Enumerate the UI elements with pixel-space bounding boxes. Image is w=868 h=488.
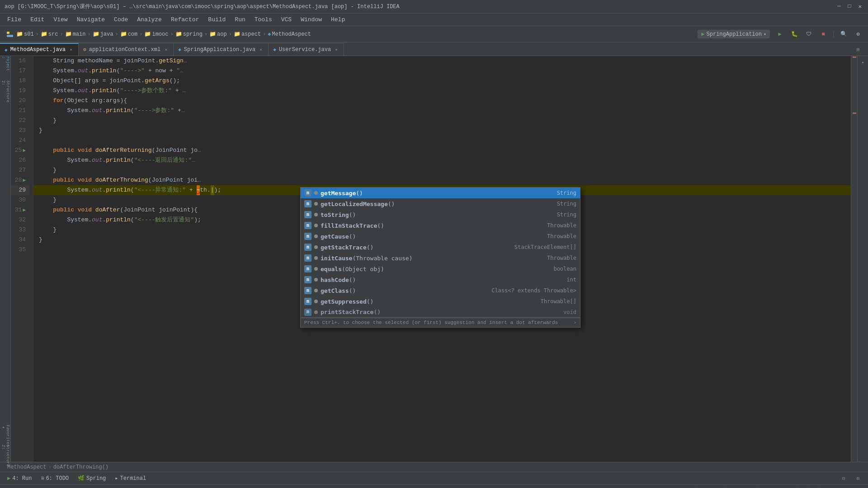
breadcrumb-s01[interactable]: 📁 s01: [16, 31, 34, 38]
tab-todo[interactable]: ≡ 6: TODO: [37, 473, 72, 484]
breadcrumb-aop[interactable]: 📁 aop: [209, 31, 227, 38]
menu-navigate[interactable]: Navigate: [73, 15, 108, 24]
tab-close-userservice[interactable]: ✕: [334, 47, 339, 53]
run-tab-label: 4: Run: [12, 475, 32, 482]
run-config-icon: ▶: [701, 31, 704, 38]
breadcrumb-imooc[interactable]: 📁 imooc: [144, 31, 168, 38]
tab-icon-appcontext: ⚙: [83, 47, 86, 52]
tab-run[interactable]: ▶ 4: Run: [4, 473, 35, 484]
z-structure-btn[interactable]: Z: Structure: [1, 451, 10, 460]
autocomplete-popup[interactable]: m getMessage() String m getLocalizedMess…: [300, 187, 580, 328]
menu-tools[interactable]: Tools: [251, 15, 276, 24]
hide-panels-btn[interactable]: ⊟: [837, 472, 850, 485]
ac-badge-hashcode: [314, 278, 318, 282]
menu-file[interactable]: File: [4, 15, 25, 24]
tab-close-appcontext[interactable]: ✕: [163, 47, 169, 53]
menu-help[interactable]: Help: [327, 15, 349, 24]
tab-close-springapp[interactable]: ✕: [258, 47, 264, 53]
project-icon[interactable]: [4, 28, 16, 41]
ac-item-fillinstacktrace[interactable]: m fillInStackTrace() Throwable: [301, 220, 580, 231]
ac-type-hashcode: int: [566, 277, 576, 283]
breadcrumb-com[interactable]: 📁 com: [120, 31, 138, 38]
code-content[interactable]: String methodName = joinPoint.getSign… S…: [33, 56, 851, 462]
tab-userservice[interactable]: ◆ UserService.java ✕: [269, 43, 344, 56]
tab-springapplication[interactable]: ◆ SpringApplication.java ✕: [174, 43, 269, 56]
run-button[interactable]: ▶: [774, 28, 786, 41]
tab-terminal[interactable]: ▸ Terminal: [111, 473, 150, 484]
coverage-button[interactable]: 🛡: [802, 28, 815, 41]
close-btn[interactable]: ✕: [857, 3, 863, 10]
stop-button[interactable]: ■: [817, 28, 830, 41]
ac-item-equals[interactable]: m equals(Object obj) boolean: [301, 263, 580, 274]
favorites-panel-btn[interactable]: ★ Favorites: [1, 431, 10, 440]
minimize-btn[interactable]: ─: [835, 3, 842, 10]
main-layout: 1: Project 2: Structure ★ Favorites Z: S…: [0, 56, 868, 462]
breadcrumb-src[interactable]: 📁 src: [41, 31, 58, 38]
line-num-34: 34: [11, 235, 29, 245]
breadcrumb-main[interactable]: 📁 main: [65, 31, 86, 38]
code-line-25: public void doAfterReturning(JoinPoint j…: [33, 145, 851, 155]
menu-code[interactable]: Code: [110, 15, 132, 24]
ac-name-getstacktrace: getStackTrace(): [321, 244, 512, 251]
ac-item-getmessage[interactable]: m getMessage() String: [301, 188, 580, 198]
breadcrumb-src-label: src: [48, 31, 58, 38]
ac-badge-getlocalizedmessage: [314, 202, 318, 206]
breadcrumb-aspect[interactable]: 📁 aspect: [234, 31, 261, 38]
code-line-19: System.out.println("---->参数个数:" + …: [33, 86, 851, 96]
breadcrumb-methodaspect[interactable]: ◆ MethodAspect: [268, 31, 311, 38]
line-num-30: 30: [11, 195, 29, 205]
menu-analyze[interactable]: Analyze: [133, 15, 165, 24]
run-config[interactable]: ▶ SpringApplication ▾: [698, 30, 770, 38]
ac-item-getstacktrace[interactable]: m getStackTrace() StackTraceElement[]: [301, 242, 580, 253]
search-everywhere-button[interactable]: 🔍: [837, 28, 850, 41]
ac-item-tostring[interactable]: m toString() String: [301, 209, 580, 220]
ac-name-initcause: initCause(Throwable cause): [321, 255, 544, 262]
menu-view[interactable]: View: [50, 15, 71, 24]
ac-expand-icon[interactable]: ›: [573, 320, 576, 325]
tab-methodaspect[interactable]: ◆ MethodAspect.java ✕: [0, 43, 79, 56]
maximize-btn[interactable]: □: [846, 3, 853, 10]
ac-item-getclass[interactable]: m getClass() Class<? extends Throwable>: [301, 285, 580, 296]
menu-window[interactable]: Window: [297, 15, 326, 24]
ac-icon-getsuppressed: m: [304, 298, 311, 305]
menu-edit[interactable]: Edit: [27, 15, 48, 24]
settings-button[interactable]: ⚙: [852, 28, 864, 41]
ac-type-getlocalizedmessage: String: [557, 201, 576, 207]
gutter-icon-25: ▶: [23, 145, 26, 155]
menu-build[interactable]: Build: [204, 15, 229, 24]
ac-item-getsuppressed[interactable]: m getSuppressed() Throwable[]: [301, 296, 580, 307]
toolbar-right: ▶ 🐛 🛡 ■ 🔍 ⚙: [774, 28, 864, 41]
breadcrumb-spring[interactable]: 📁 spring: [175, 31, 203, 38]
ac-item-printstacktrace[interactable]: m printStackTrace() void: [301, 307, 580, 318]
debug-button[interactable]: 🐛: [788, 28, 801, 41]
tab-icon-methodaspect: ◆: [5, 47, 8, 53]
ac-item-hashcode[interactable]: m hashCode() int: [301, 274, 580, 285]
breadcrumb-java[interactable]: 📁 java: [93, 31, 113, 38]
tab-applicationcontext[interactable]: ⚙ applicationContext.xml ✕: [79, 43, 174, 56]
line-num-19: 19: [11, 86, 29, 96]
tab-label-methodaspect: MethodAspect.java: [10, 47, 66, 53]
ac-name-tostring: toString(): [321, 211, 554, 218]
tab-spring[interactable]: 🌿 Spring: [74, 473, 109, 484]
structure-panel-btn[interactable]: 2: Structure: [1, 87, 10, 96]
ac-name-getsuppressed: getSuppressed(): [321, 298, 538, 305]
ac-item-initcause[interactable]: m initCause(Throwable cause) Throwable: [301, 253, 580, 263]
breadcrumb-icon-spring: 📁: [175, 31, 182, 38]
recent-files-btn[interactable]: ⊞: [852, 43, 864, 56]
project-panel-btn[interactable]: 1: Project: [1, 58, 10, 67]
ac-badge-printstacktrace: [314, 310, 318, 314]
menu-run[interactable]: Run: [231, 15, 249, 24]
ac-icon-tostring: m: [304, 211, 311, 218]
ac-type-initcause: Throwable: [547, 255, 576, 261]
right-sidebar-btn1[interactable]: ✦: [859, 58, 868, 67]
ac-item-getcause[interactable]: m getCause() Throwable: [301, 231, 580, 242]
bottom-class: MethodAspect: [7, 464, 46, 470]
ac-badge-getstacktrace: [314, 245, 318, 249]
menu-refactor[interactable]: Refactor: [167, 15, 203, 24]
ac-badge-getclass: [314, 289, 318, 292]
restore-panels-btn[interactable]: ⊞: [852, 472, 864, 485]
menu-vcs[interactable]: VCS: [278, 15, 295, 24]
right-scrollbar[interactable]: [851, 56, 857, 462]
ac-item-getlocalizedmessage[interactable]: m getLocalizedMessage() String: [301, 198, 580, 209]
tab-close-methodaspect[interactable]: ✕: [68, 47, 74, 53]
